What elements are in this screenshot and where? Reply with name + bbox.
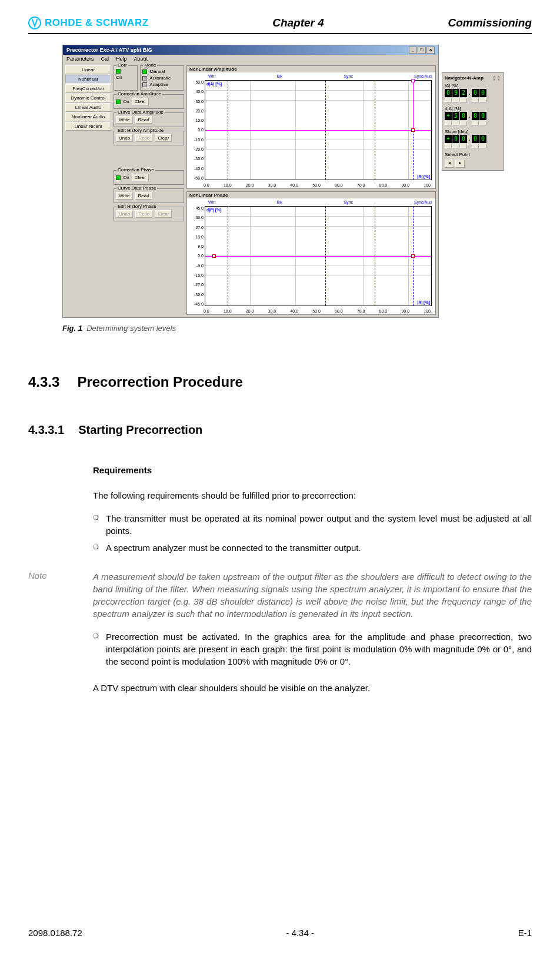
edit-amp-undo-button[interactable]: Undo bbox=[116, 134, 133, 142]
spinner-icon[interactable] bbox=[452, 98, 459, 102]
mode-manual[interactable]: Manual bbox=[149, 69, 165, 74]
led-on-icon bbox=[116, 69, 121, 74]
checkbox-icon[interactable] bbox=[142, 76, 147, 81]
spinner-icon[interactable] bbox=[445, 121, 452, 125]
requirements-heading: Requirements bbox=[93, 465, 532, 475]
corr-amp-on: On bbox=[123, 99, 129, 104]
requirements-list-2: Precorrection must be activated. In the … bbox=[93, 631, 532, 668]
curve-ph-write-button[interactable]: Write bbox=[116, 192, 133, 200]
plot-area[interactable]: d|P| [%] |A| [%] bbox=[205, 206, 432, 306]
corr-ph-on: On bbox=[123, 175, 129, 180]
edit-ph-undo-button[interactable]: Undo bbox=[116, 210, 133, 218]
plot-area[interactable]: d|A| [%] |A| [%] bbox=[205, 80, 432, 180]
marker-line bbox=[228, 81, 228, 180]
titlebar: Precorrector Exc-A / ATV split B/G _ □ × bbox=[63, 45, 438, 55]
menu-parameters[interactable]: Parameters bbox=[66, 56, 94, 62]
curve-data-amplitude-panel: Curve Data Amplitude Write Read bbox=[114, 112, 184, 127]
data-point[interactable] bbox=[411, 254, 415, 258]
sidebar-linear[interactable]: Linear bbox=[65, 65, 111, 74]
curve-ph-read-button[interactable]: Read bbox=[135, 192, 152, 200]
edit-amp-clear-button[interactable]: Clear bbox=[155, 134, 172, 142]
marker-wht: Wht bbox=[208, 74, 215, 80]
edit-amp-redo-button[interactable]: Redo bbox=[135, 134, 152, 142]
window-title: Precorrector Exc-A / ATV split B/G bbox=[66, 47, 152, 53]
prev-point-button[interactable]: ◂ bbox=[445, 160, 454, 168]
sidebar-nonlinear[interactable]: Nonlinear bbox=[65, 75, 111, 84]
correction-amplitude-panel: Correction Amplitude On Clear bbox=[114, 94, 184, 109]
spinner-icon[interactable] bbox=[479, 121, 486, 125]
nav-da-label: d|A| [%] bbox=[445, 106, 501, 111]
menu-help[interactable]: Help bbox=[116, 56, 127, 62]
menu-cal[interactable]: Cal bbox=[101, 56, 109, 62]
data-point[interactable] bbox=[411, 79, 415, 82]
spinner-icon[interactable] bbox=[445, 144, 452, 148]
checkbox-icon[interactable] bbox=[142, 82, 147, 87]
sidebar-nonlinear-audio[interactable]: Nonlinear Audio bbox=[65, 112, 111, 121]
corr-ph-clear-button[interactable]: Clear bbox=[132, 174, 149, 181]
sidebar-freqcorrection[interactable]: FreqCorrection bbox=[65, 84, 111, 93]
sec-num: 4.3.3 bbox=[28, 374, 59, 390]
marker-line bbox=[325, 207, 326, 306]
marker-wht: Wht bbox=[208, 200, 215, 206]
minimize-icon[interactable]: _ bbox=[409, 47, 417, 54]
nav-field-da: d|A| [%] + 5 0 . 0 0 bbox=[445, 106, 501, 125]
nonlinear-amplitude-chart: NonLinear Amplitude Wht Blk Sync Sync/Au… bbox=[186, 65, 436, 189]
corr-amp-clear-button[interactable]: Clear bbox=[132, 98, 149, 105]
nav-a-value: 0 9 2 . 0 0 bbox=[445, 89, 501, 97]
rs-logo-icon bbox=[28, 16, 41, 29]
spinner-icon[interactable] bbox=[479, 98, 486, 102]
mode-adaptive[interactable]: Adaptive bbox=[149, 82, 168, 87]
list-item: Precorrection must be activated. In the … bbox=[93, 631, 532, 668]
footer-left: 2098.0188.72 bbox=[28, 928, 82, 938]
grip-icon[interactable]: ⋮⋮ bbox=[492, 75, 501, 81]
spinner-icon[interactable] bbox=[460, 121, 467, 125]
marker-blk: Blk bbox=[277, 200, 283, 206]
edit-ph-redo-button[interactable]: Redo bbox=[135, 210, 152, 218]
corr-amp-title: Correction Amplitude bbox=[116, 91, 162, 97]
footer-center: - 4.34 - bbox=[286, 928, 314, 938]
data-line bbox=[205, 130, 431, 131]
spinner-icon[interactable] bbox=[445, 98, 452, 102]
sidebar-linear-nicam[interactable]: Linear Nicam bbox=[65, 122, 111, 131]
fig-text: Determining system levels bbox=[86, 324, 176, 333]
curve-amp-read-button[interactable]: Read bbox=[135, 116, 152, 124]
edit-ph-title: Edit History Phase bbox=[116, 204, 158, 209]
mode-automatic[interactable]: Automatic bbox=[149, 75, 171, 81]
nav-a-label: |A| [%] bbox=[445, 83, 501, 88]
next-point-button[interactable]: ▸ bbox=[455, 160, 465, 168]
sidebar-linear-audio[interactable]: Linear Audio bbox=[65, 103, 111, 112]
navigator-panel: Navigator-N-Amp⋮⋮ |A| [%] 0 9 2 . 0 0 d|… bbox=[442, 72, 504, 171]
menu-about[interactable]: About bbox=[134, 56, 148, 62]
maximize-icon[interactable]: □ bbox=[418, 47, 426, 54]
spinner-icon[interactable] bbox=[460, 98, 467, 102]
page-header: ROHDE & SCHWARZ Chapter 4 Commissioning bbox=[28, 0, 532, 34]
marker-line bbox=[375, 81, 375, 180]
sidebar-dynamic-control[interactable]: Dynamic Control bbox=[65, 94, 111, 102]
spinner-icon[interactable] bbox=[460, 144, 467, 148]
marker-sync: Sync bbox=[344, 74, 353, 80]
note-text: A measurement should be taken upstream o… bbox=[93, 570, 532, 620]
chart-bottom-title: NonLinear Phase bbox=[189, 193, 433, 198]
requirements-intro: The following requirements should be ful… bbox=[93, 489, 532, 502]
edit-amp-title: Edit History Amplitude bbox=[116, 128, 165, 133]
fig-number: Fig. 1 bbox=[62, 324, 82, 333]
spinner-icon[interactable] bbox=[479, 144, 486, 148]
close-icon[interactable]: × bbox=[426, 47, 435, 54]
curve-amp-write-button[interactable]: Write bbox=[116, 116, 133, 124]
marker-line bbox=[325, 81, 326, 180]
spinner-icon[interactable] bbox=[472, 98, 479, 102]
correction-phase-panel: Correction Phase On Clear bbox=[114, 170, 184, 185]
sidebar: Linear Nonlinear FreqCorrection Dynamic … bbox=[65, 65, 111, 315]
data-point[interactable] bbox=[212, 254, 216, 258]
spinner-icon[interactable] bbox=[472, 121, 479, 125]
xlabel: |A| [%] bbox=[417, 174, 430, 178]
spinner-icon[interactable] bbox=[472, 144, 479, 148]
spinner-icon[interactable] bbox=[452, 121, 459, 125]
spinner-icon[interactable] bbox=[452, 144, 459, 148]
edit-ph-clear-button[interactable]: Clear bbox=[155, 210, 172, 218]
menubar: Parameters Cal Help About bbox=[63, 55, 438, 63]
chapter-title: Chapter 4 bbox=[272, 16, 324, 29]
marker-syncaud: Sync/Aud bbox=[414, 74, 432, 80]
data-point[interactable] bbox=[411, 128, 415, 132]
led-icon bbox=[142, 69, 147, 74]
